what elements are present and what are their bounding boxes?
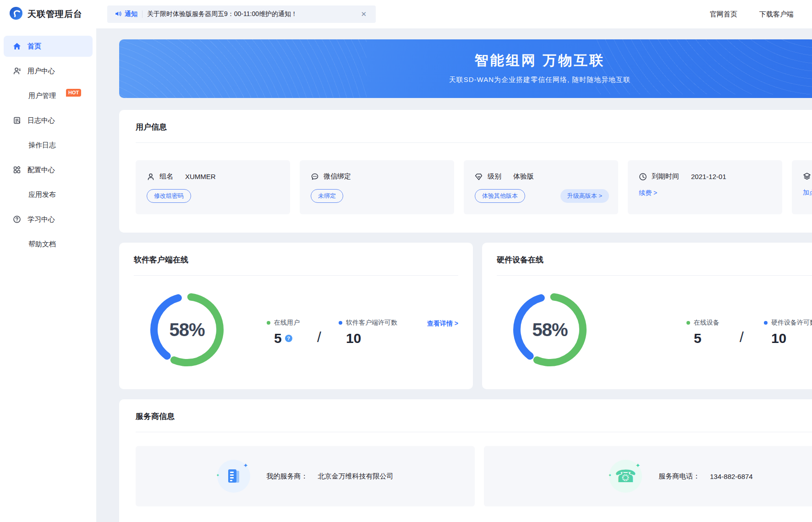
blue-dot-icon bbox=[339, 321, 342, 325]
speaker-icon bbox=[115, 10, 122, 19]
notice-divider bbox=[142, 11, 143, 18]
renew-link[interactable]: 续费 > bbox=[639, 189, 657, 197]
hardware-license-legend: 硬件设备许可数 10 bbox=[764, 319, 812, 346]
wechat-bind-card: 微信绑定 未绑定 bbox=[300, 160, 454, 214]
online-devices-legend: 在线设备 5 bbox=[686, 319, 719, 346]
header: 天联管理后台 通知 关于限时体验版服务器周五9：00-11:00维护的通知！ ✕… bbox=[0, 0, 812, 28]
sidebar: 首页 用户中心 用户管理 HOT bbox=[0, 28, 96, 522]
hardware-percent: 58% bbox=[510, 289, 590, 370]
wechat-unbound-button[interactable]: 未绑定 bbox=[311, 189, 343, 203]
sidebar-item-app-publish[interactable]: 应用发布 bbox=[4, 184, 93, 205]
group-name-value: XUMMER bbox=[185, 173, 216, 180]
provider-phone-box: ✦ ✦ ☎ 服务商电话： 134-882-6874 bbox=[484, 446, 812, 506]
provider-phone-label: 服务商电话： bbox=[658, 472, 700, 481]
wechat-icon bbox=[311, 173, 319, 181]
hardware-donut-chart: 58% bbox=[510, 289, 590, 370]
page: 天联管理后台 通知 关于限时体验版服务器周五9：00-11:00维护的通知！ ✕… bbox=[0, 0, 812, 522]
provider-card: 服务商信息 ✦ ✦ bbox=[119, 399, 812, 522]
hardware-online-card: 硬件设备在线 58% bbox=[482, 243, 812, 389]
sidebar-item-home[interactable]: 首页 bbox=[4, 36, 93, 57]
building-icon: ✦ ✦ bbox=[217, 460, 250, 493]
download-client-link[interactable]: 下载客户端 bbox=[759, 10, 794, 19]
sidebar-item-help-docs[interactable]: 帮助文档 bbox=[4, 234, 93, 255]
hardware-license-value: 10 bbox=[771, 331, 812, 346]
sidebar-item-user-management[interactable]: 用户管理 HOT bbox=[4, 85, 93, 106]
sidebar-item-config-center[interactable]: 配置中心 bbox=[4, 159, 93, 180]
expire-time-card: 到期时间 2021-12-01 续费 > bbox=[628, 160, 782, 214]
add-points-link[interactable]: 加点 bbox=[803, 189, 812, 197]
hot-badge: HOT bbox=[66, 89, 81, 97]
banner-title: 智能组网 万物互联 bbox=[449, 51, 631, 70]
expire-time-value: 2021-12-01 bbox=[691, 173, 726, 180]
provider-title: 服务商信息 bbox=[136, 411, 812, 422]
expire-time-label: 到期时间 bbox=[652, 172, 679, 181]
change-group-password-button[interactable]: 修改组密码 bbox=[147, 189, 191, 203]
home-icon bbox=[13, 42, 21, 50]
view-details-link[interactable]: 查看详情 > bbox=[427, 320, 458, 328]
log-icon bbox=[13, 116, 21, 125]
online-users-value: 5 bbox=[274, 331, 282, 346]
sidebar-item-operation-log[interactable]: 操作日志 bbox=[4, 135, 93, 156]
provider-company-value: 北京金万维科技有限公司 bbox=[318, 472, 394, 481]
user-info-card: 用户信息 组名 XUMMER bbox=[119, 110, 812, 233]
software-license-value: 10 bbox=[346, 331, 397, 346]
provider-company-box: ✦ ✦ 我的服务商： bbox=[136, 446, 475, 506]
upgrade-version-link[interactable]: 升级高版本 > bbox=[560, 189, 609, 203]
online-users-legend: 在线用户 5 ? bbox=[267, 319, 300, 346]
header-links: 官网首页 下载客户端 bbox=[710, 10, 794, 19]
level-value: 体验版 bbox=[513, 172, 534, 181]
notification-bar: 通知 关于限时体验版服务器周五9：00-11:00维护的通知！ ✕ bbox=[107, 5, 376, 23]
level-card: 级别 体验版 体验其他版本 升级高版本 > bbox=[464, 160, 618, 214]
divider bbox=[136, 432, 812, 432]
sidebar-item-log-center[interactable]: 日志中心 bbox=[4, 110, 93, 131]
green-dot-icon bbox=[686, 321, 690, 325]
level-label: 级别 bbox=[488, 172, 501, 181]
online-devices-value: 5 bbox=[694, 331, 719, 346]
divider bbox=[136, 142, 812, 143]
level-icon bbox=[475, 173, 483, 181]
provider-company-label: 我的服务商： bbox=[267, 472, 308, 481]
user-info-row: 组名 XUMMER 修改组密码 bbox=[136, 160, 812, 214]
layers-icon bbox=[803, 172, 811, 180]
divider bbox=[497, 275, 812, 276]
try-other-version-button[interactable]: 体验其他版本 bbox=[475, 189, 525, 203]
close-icon[interactable]: ✕ bbox=[359, 9, 368, 19]
slash-separator: / bbox=[740, 329, 744, 346]
green-dot-icon bbox=[267, 321, 270, 325]
clock-icon bbox=[639, 173, 647, 181]
online-row: 软件客户端在线 58% bbox=[119, 243, 812, 389]
wechat-bind-label: 微信绑定 bbox=[324, 172, 351, 181]
software-license-legend: 软件客户端许可数 10 bbox=[339, 319, 397, 346]
help-icon[interactable]: ? bbox=[285, 335, 292, 342]
sidebar-item-learn-center[interactable]: 学习中心 bbox=[4, 209, 93, 230]
official-site-link[interactable]: 官网首页 bbox=[710, 10, 737, 19]
provider-phone-value: 134-882-6874 bbox=[710, 473, 752, 480]
group-name-label: 组名 bbox=[159, 172, 173, 181]
banner-subtitle: 天联SD-WAN为企业搭建零信任网络, 随时随地异地互联 bbox=[449, 76, 631, 84]
phone-icon: ✦ ✦ ☎ bbox=[609, 460, 642, 493]
software-donut-chart: 58% bbox=[147, 289, 227, 370]
logo-area: 天联管理后台 bbox=[0, 6, 96, 22]
user-icon bbox=[147, 173, 155, 181]
user-info-title: 用户信息 bbox=[136, 122, 812, 132]
group-name-card: 组名 XUMMER 修改组密码 bbox=[136, 160, 290, 214]
notice-message: 关于限时体验版服务器周五9：00-11:00维护的通知！ bbox=[147, 10, 354, 18]
app-title: 天联管理后台 bbox=[27, 8, 82, 20]
points-card: 加点 bbox=[792, 160, 812, 214]
slash-separator: / bbox=[317, 329, 321, 346]
learn-icon bbox=[13, 215, 21, 223]
app-logo-icon bbox=[9, 6, 23, 22]
software-online-card: 软件客户端在线 58% bbox=[119, 243, 473, 389]
user-icon bbox=[13, 67, 21, 75]
blue-dot-icon bbox=[764, 321, 768, 325]
config-icon bbox=[13, 166, 21, 174]
main-content: 智能组网 万物互联 天联SD-WAN为企业搭建零信任网络, 随时随地异地互联 用… bbox=[96, 28, 812, 522]
banner: 智能组网 万物互联 天联SD-WAN为企业搭建零信任网络, 随时随地异地互联 bbox=[119, 39, 812, 98]
sidebar-item-user-center[interactable]: 用户中心 bbox=[4, 60, 93, 82]
software-percent: 58% bbox=[147, 289, 227, 370]
divider bbox=[134, 275, 458, 276]
hardware-online-title: 硬件设备在线 bbox=[497, 255, 812, 265]
notice-label: 通知 bbox=[115, 10, 137, 19]
software-online-title: 软件客户端在线 bbox=[134, 255, 458, 265]
